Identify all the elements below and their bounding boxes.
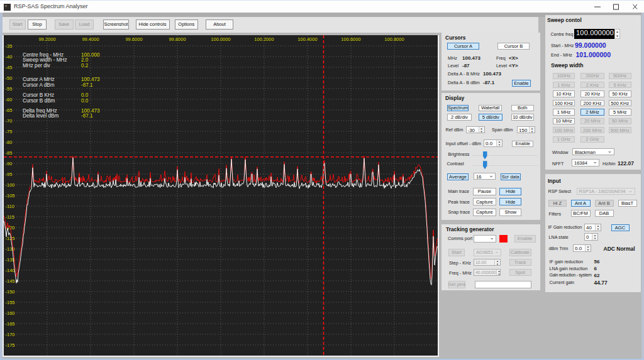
svg-text:Cursor B dBm: Cursor B dBm	[23, 98, 55, 104]
svg-text:MHz per div: MHz per div	[23, 63, 51, 68]
svg-text:100.2000: 100.2000	[254, 36, 274, 42]
svg-text:Sweep width - MHz: Sweep width - MHz	[23, 57, 67, 63]
svg-text:100.8000: 100.8000	[384, 36, 404, 42]
svg-text:-60: -60	[5, 97, 12, 102]
svg-text:-110: -110	[5, 204, 14, 209]
svg-text:100.473: 100.473	[81, 77, 100, 82]
svg-text:Cursor B KHz: Cursor B KHz	[23, 92, 54, 98]
svg-text:Delta freq MHz: Delta freq MHz	[23, 108, 57, 114]
svg-text:-85: -85	[5, 150, 12, 156]
svg-text:99.2000: 99.2000	[38, 36, 55, 42]
svg-text:99.4000: 99.4000	[82, 36, 99, 42]
svg-text:-65: -65	[5, 107, 12, 113]
svg-text:100.0000: 100.0000	[211, 36, 230, 42]
svg-text:-100: -100	[5, 182, 14, 188]
svg-text:-45: -45	[5, 65, 12, 70]
svg-text:-70: -70	[5, 118, 12, 124]
svg-text:0.0: 0.0	[81, 92, 89, 98]
svg-text:99.8000: 99.8000	[169, 36, 186, 42]
svg-text:-50: -50	[5, 75, 12, 81]
svg-text:-155: -155	[5, 300, 14, 305]
svg-text:-105: -105	[5, 193, 14, 199]
svg-text:100.473: 100.473	[81, 108, 100, 114]
svg-text:-55: -55	[5, 86, 12, 92]
svg-text:100.000: 100.000	[81, 52, 100, 58]
svg-text:-35: -35	[5, 43, 12, 49]
svg-text:Delta level dBm: Delta level dBm	[23, 113, 59, 119]
svg-text:-115: -115	[5, 214, 14, 220]
svg-text:-170: -170	[5, 332, 14, 337]
svg-text:-40: -40	[5, 54, 12, 60]
svg-text:-175: -175	[5, 342, 14, 348]
svg-text:-165: -165	[5, 321, 14, 327]
svg-text:-87.1: -87.1	[81, 113, 93, 119]
svg-text:Centre freq - MHz: Centre freq - MHz	[23, 52, 64, 58]
svg-text:2.0: 2.0	[81, 57, 89, 63]
svg-text:-150: -150	[5, 289, 14, 295]
svg-text:-140: -140	[5, 268, 14, 273]
svg-text:-125: -125	[5, 236, 14, 241]
svg-text:-90: -90	[5, 161, 12, 166]
svg-text:-95: -95	[5, 172, 12, 177]
svg-text:-160: -160	[5, 310, 14, 316]
svg-text:0.0: 0.0	[81, 98, 89, 104]
svg-text:99.6000: 99.6000	[125, 36, 142, 42]
svg-text:0.2: 0.2	[81, 63, 89, 68]
svg-text:100.4000: 100.4000	[297, 36, 317, 42]
svg-text:-145: -145	[5, 278, 14, 284]
svg-text:-75: -75	[5, 129, 12, 134]
svg-text:-87.1: -87.1	[81, 82, 93, 88]
svg-text:Cursor A MHz: Cursor A MHz	[23, 77, 55, 82]
svg-text:Cursor A dBm: Cursor A dBm	[23, 82, 55, 88]
svg-text:100.6000: 100.6000	[341, 36, 360, 42]
svg-text:-80: -80	[5, 139, 12, 145]
